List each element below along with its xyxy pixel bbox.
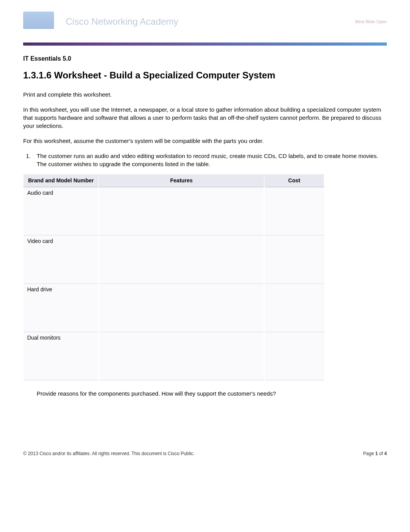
cell-features[interactable] — [98, 187, 264, 235]
page-total: 4 — [384, 451, 387, 456]
page-label: Page — [363, 451, 375, 456]
header-brand-model: Brand and Model Number — [24, 174, 99, 187]
table-header-row: Brand and Model Number Features Cost — [24, 174, 324, 187]
header-banner: Cisco Networking Academy Mind Wide Open — [23, 12, 387, 35]
course-title: IT Essentials 5.0 — [23, 55, 387, 62]
cell-brand-model[interactable]: Audio card — [24, 187, 99, 235]
instruction-print: Print and complete this worksheet. — [23, 90, 387, 99]
table-row: Video card — [24, 235, 324, 284]
cell-brand-model[interactable]: Dual monitors — [24, 332, 99, 380]
question-reasons: Provide reasons for the components purch… — [37, 390, 387, 397]
cell-cost[interactable] — [264, 187, 324, 235]
worksheet-title: 1.3.1.6 Worksheet - Build a Specialized … — [23, 70, 387, 81]
table-row: Dual monitors — [24, 332, 324, 380]
cisco-logo — [23, 12, 54, 29]
instruction-description: In this worksheet, you will use the Inte… — [23, 105, 387, 130]
page-of: of — [378, 451, 385, 456]
cell-brand-model[interactable]: Video card — [24, 235, 99, 284]
cell-features[interactable] — [98, 332, 264, 380]
footer-page-info: Page 1 of 4 — [363, 451, 387, 456]
table-row: Audio card — [24, 187, 324, 235]
instruction-assumption: For this worksheet, assume the customer'… — [23, 137, 387, 145]
components-table: Brand and Model Number Features Cost Aud… — [23, 174, 324, 381]
cell-brand-model[interactable]: Hard drive — [24, 284, 99, 332]
page-footer: © 2013 Cisco and/or its affiliates. All … — [23, 451, 387, 456]
cell-cost[interactable] — [264, 332, 324, 380]
page-current: 1 — [375, 451, 378, 456]
header-cost: Cost — [264, 174, 324, 187]
cell-features[interactable] — [98, 284, 264, 332]
item-text: The customer runs an audio and video edi… — [37, 153, 378, 167]
numbered-item-1: 1. The customer runs an audio and video … — [37, 152, 387, 168]
cell-features[interactable] — [98, 235, 264, 284]
item-number: 1. — [26, 152, 31, 160]
cell-cost[interactable] — [264, 235, 324, 284]
header-features: Features — [98, 174, 264, 187]
divider-bar — [23, 42, 387, 46]
footer-copyright: © 2013 Cisco and/or its affiliates. All … — [23, 451, 195, 456]
academy-title: Cisco Networking Academy — [66, 16, 178, 27]
table-row: Hard drive — [24, 284, 324, 332]
cell-cost[interactable] — [264, 284, 324, 332]
tagline-text: Mind Wide Open — [355, 19, 387, 24]
